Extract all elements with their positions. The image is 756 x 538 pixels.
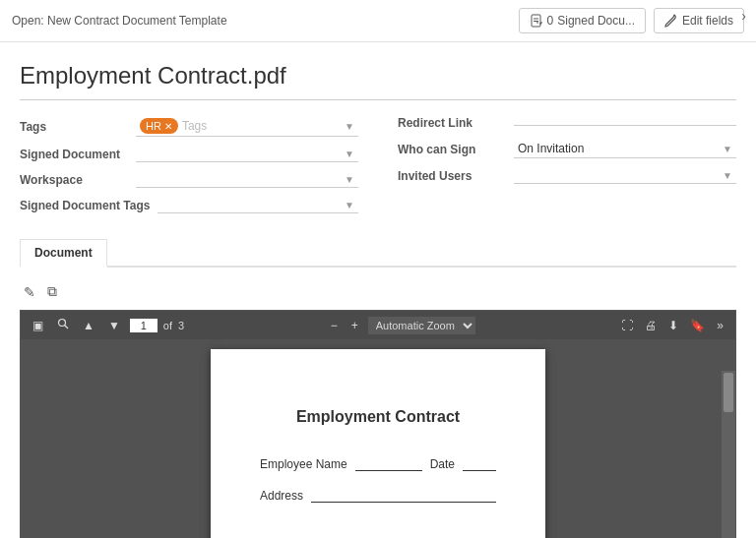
signed-doc-button[interactable]: 0 Signed Docu... bbox=[519, 8, 646, 33]
hr-tag: HR ✕ bbox=[140, 118, 178, 134]
more-btn[interactable]: » bbox=[713, 317, 727, 334]
zoom-select[interactable]: Automatic Zoom bbox=[368, 317, 475, 334]
invited-users-row: Invited Users ▼ bbox=[398, 168, 736, 184]
employee-name-row: Employee Name Date bbox=[260, 455, 496, 471]
pdf-viewer: ▣ ▲ ▼ of 3 − + Automatic Zoom ⛶ 🖨 ⬇ bbox=[20, 310, 736, 538]
form-right-col: Redirect Link Who can Sign On Invitation… bbox=[398, 116, 736, 223]
svg-line-5 bbox=[65, 326, 69, 329]
form-section: Tags HR ✕ Tags ▼ Signed Document ▼ bbox=[20, 116, 736, 223]
employee-name-line bbox=[355, 455, 422, 471]
top-bar: Open: New Contract Document Template 0 S… bbox=[0, 0, 756, 42]
workspace-row: Workspace ▼ bbox=[20, 172, 358, 188]
edit-fields-label: Edit fields bbox=[682, 14, 733, 28]
edit-icon-btn[interactable]: ✎ bbox=[22, 282, 37, 302]
tags-row: Tags HR ✕ Tags ▼ bbox=[20, 116, 358, 137]
pdf-page: Employment Contract Employee Name Date A… bbox=[211, 349, 545, 538]
download-btn[interactable]: ⬇ bbox=[664, 317, 682, 334]
signed-doc-row: Signed Document ▼ bbox=[20, 147, 358, 162]
copy-icon-btn[interactable]: ⧉ bbox=[45, 281, 59, 302]
who-can-sign-select[interactable]: On Invitation ▼ bbox=[514, 140, 736, 158]
search-icon bbox=[57, 318, 69, 329]
page-of: of bbox=[163, 320, 172, 331]
sidebar-toggle-btn[interactable]: ▣ bbox=[29, 317, 47, 334]
signed-doc-label: Signed Docu... bbox=[557, 14, 635, 28]
page-title: Employment Contract.pdf bbox=[20, 62, 736, 100]
pdf-content: Employment Contract Employee Name Date A… bbox=[21, 339, 735, 538]
prev-page-btn[interactable]: ▲ bbox=[79, 317, 98, 334]
zoom-out-btn[interactable]: − bbox=[327, 317, 342, 334]
wrench-icon bbox=[664, 14, 678, 28]
main-content: Employment Contract.pdf Tags HR ✕ Tags ▼… bbox=[0, 42, 756, 538]
employee-name-label: Employee Name bbox=[260, 457, 347, 471]
redirect-link-input[interactable] bbox=[514, 121, 736, 126]
address-row: Address bbox=[260, 487, 496, 503]
close-button[interactable]: › bbox=[731, 0, 756, 31]
tags-input-wrapper[interactable]: HR ✕ Tags ▼ bbox=[136, 116, 358, 137]
signed-doc-tags-arrow: ▼ bbox=[345, 200, 354, 210]
svg-point-4 bbox=[59, 320, 66, 327]
redirect-link-label: Redirect Link bbox=[398, 116, 506, 130]
who-can-sign-row: Who can Sign On Invitation ▼ bbox=[398, 140, 736, 158]
tags-label: Tags bbox=[20, 120, 128, 134]
pdf-scrollbar[interactable] bbox=[722, 371, 735, 538]
signed-doc-tags-select[interactable]: ▼ bbox=[158, 198, 358, 213]
redirect-link-row: Redirect Link bbox=[398, 116, 736, 130]
who-can-sign-arrow: ▼ bbox=[723, 144, 732, 154]
next-page-btn[interactable]: ▼ bbox=[104, 317, 124, 334]
date-line bbox=[463, 455, 496, 471]
bookmark-btn[interactable]: 🔖 bbox=[686, 317, 709, 334]
workspace-select[interactable]: ▼ bbox=[136, 172, 358, 188]
pdf-toolbar: ▣ ▲ ▼ of 3 − + Automatic Zoom ⛶ 🖨 ⬇ bbox=[21, 311, 735, 339]
pdf-page-title: Employment Contract bbox=[260, 408, 496, 426]
top-bar-title: Open: New Contract Document Template bbox=[12, 14, 227, 28]
top-bar-actions: 0 Signed Docu... Edit fields › bbox=[519, 8, 744, 33]
who-can-sign-label: Who can Sign bbox=[398, 143, 506, 156]
invited-users-label: Invited Users bbox=[398, 169, 506, 183]
pdf-scrollbar-thumb bbox=[724, 373, 733, 412]
tab-document[interactable]: Document bbox=[20, 239, 107, 268]
form-left-col: Tags HR ✕ Tags ▼ Signed Document ▼ bbox=[20, 116, 358, 223]
tags-placeholder: Tags bbox=[182, 119, 345, 133]
signed-doc-tags-row: Signed Document Tags ▼ bbox=[20, 198, 358, 213]
invited-users-select[interactable]: ▼ bbox=[514, 168, 736, 184]
total-pages: 3 bbox=[178, 320, 184, 331]
page-number-input[interactable] bbox=[130, 319, 158, 332]
edit-doc-icon bbox=[530, 14, 543, 28]
signed-doc-tags-label: Signed Document Tags bbox=[20, 199, 150, 212]
print-btn[interactable]: 🖨 bbox=[641, 317, 661, 334]
workspace-arrow: ▼ bbox=[345, 174, 354, 185]
invited-users-arrow: ▼ bbox=[723, 170, 732, 181]
workspace-label: Workspace bbox=[20, 173, 128, 187]
address-line bbox=[311, 487, 496, 503]
address-label: Address bbox=[260, 489, 303, 503]
hr-tag-remove[interactable]: ✕ bbox=[164, 121, 172, 132]
tags-dropdown-arrow: ▼ bbox=[345, 121, 354, 132]
who-can-sign-value: On Invitation bbox=[518, 142, 584, 155]
signed-doc-select[interactable]: ▼ bbox=[136, 147, 358, 162]
fullscreen-btn[interactable]: ⛶ bbox=[617, 317, 637, 334]
zoom-in-btn[interactable]: + bbox=[347, 317, 362, 334]
signed-doc-count: 0 bbox=[547, 14, 554, 28]
edit-fields-button[interactable]: Edit fields bbox=[654, 8, 744, 33]
doc-toolbar: ✎ ⧉ bbox=[20, 277, 736, 310]
signed-doc-arrow: ▼ bbox=[345, 149, 354, 159]
tabs: Document bbox=[20, 239, 736, 268]
date-label: Date bbox=[430, 457, 455, 471]
search-btn[interactable] bbox=[53, 316, 73, 334]
signed-doc-label-field: Signed Document bbox=[20, 148, 128, 161]
